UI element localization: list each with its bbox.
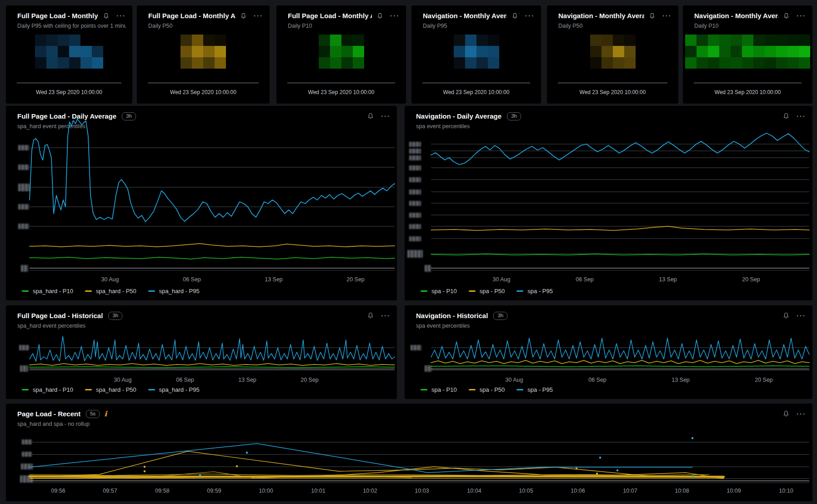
heatmap-cell [92,46,103,57]
legend-item[interactable]: spa - P10 [421,288,457,294]
heatmap-cell [319,46,330,57]
legend-item[interactable]: spa - P95 [516,288,553,294]
legend-item[interactable]: spa - P10 [421,386,457,393]
heatmap-p95-fullpageload[interactable] [6,35,132,69]
legend-swatch-yellow [85,389,92,390]
heatmap-cell [215,35,226,46]
heatmap-cell [590,57,601,69]
heatmap-p95-navigation[interactable] [411,35,541,69]
redacted-y-axis-label [425,265,431,272]
bell-icon[interactable] [782,312,790,319]
x-axis-label: 30 Aug [493,276,511,283]
legend-item[interactable]: spa - P95 [516,386,553,393]
heatmap-p50-navigation[interactable] [547,35,678,69]
x-axis-label: 20 Sep [346,276,365,283]
heatmap-cell [69,35,80,46]
bell-icon[interactable] [649,12,656,20]
heatmap-p10-fullpageload[interactable] [276,35,406,69]
heatmap-cell [341,57,353,69]
heatmap-cell [613,35,624,46]
info-icon[interactable]: i [104,410,107,418]
heatmap-cell [215,46,226,57]
heatmap-cell [203,35,215,46]
legend-item[interactable]: spa_hard - P95 [148,288,200,294]
heatmap-cell [341,46,353,57]
panel-fullpageload-historical: Full Page Load - Historical 3h ··· spa_h… [6,305,397,399]
redacted-y-axis-label [22,439,32,444]
heatmap-cell [203,46,215,57]
ellipsis-menu-icon[interactable]: ··· [797,314,806,318]
heatmap-cell [685,46,697,57]
ellipsis-menu-icon[interactable]: ··· [797,115,806,118]
heatmap-p50-fullpageload[interactable] [137,35,270,69]
redacted-y-axis-label [409,213,421,218]
bell-icon[interactable] [240,12,247,20]
bell-icon[interactable] [367,312,374,319]
panel-fullpageload-daily-average: Full Page Load - Daily Average 3h ··· sp… [6,106,397,300]
ellipsis-menu-icon[interactable]: ··· [381,314,391,318]
redacted-y-axis-label [409,177,421,182]
bell-icon[interactable] [783,12,790,20]
bell-icon[interactable] [367,112,374,120]
redacted-y-axis-label [20,475,33,483]
heatmap-cell [80,46,92,57]
heatmap-cell [180,35,192,46]
heatmap-cell [753,57,765,69]
redacted-y-axis-label [409,236,421,241]
ellipsis-menu-icon[interactable]: ··· [381,115,391,118]
ellipsis-menu-icon[interactable]: ··· [390,14,400,18]
legend-label: spa_hard - P95 [159,386,200,393]
legend-label: spa_hard - P10 [33,288,73,294]
bell-icon[interactable] [103,12,110,20]
legend-item[interactable]: spa - P50 [469,288,505,294]
bell-icon[interactable] [782,112,790,120]
ellipsis-menu-icon[interactable]: ··· [662,14,672,18]
heatmap-cell [192,57,203,69]
panel-title: Navigation - Monthly Averag… [423,12,507,20]
redacted-y-axis-label [409,142,421,147]
heatmap-p10-navigation[interactable] [683,35,812,69]
bell-icon[interactable] [782,410,790,418]
x-axis-label: 13 Sep [265,276,283,283]
ellipsis-menu-icon[interactable]: ··· [797,14,806,18]
legend-item[interactable]: spa_hard - P50 [85,288,136,294]
panel-title: Navigation - Daily Average [416,112,501,120]
panel-navigation-monthly-p50: Navigation - Monthly Averag… ··· Daily P… [547,5,678,104]
heatmap-cell [203,57,215,69]
ellipsis-menu-icon[interactable]: ··· [525,14,535,18]
heatmap-cell [697,46,708,57]
x-axis-label: 10:01 [311,488,325,494]
redacted-y-axis-label [409,155,421,160]
heatmap-axis-line [287,83,395,83]
bell-icon[interactable] [376,12,383,20]
legend-label: spa - P10 [431,288,457,294]
heatmap-grid [590,35,636,69]
legend-item[interactable]: spa_hard - P95 [148,386,200,393]
heatmap-cell [465,35,476,46]
panel-subtitle: Daily P50 [558,23,672,29]
ellipsis-menu-icon[interactable]: ··· [116,14,126,18]
panel-navigation-historical: Navigation - Historical 3h ··· spa event… [405,305,812,399]
legend-item[interactable]: spa_hard - P50 [85,386,136,393]
panel-subtitle: spa event percentiles [416,323,806,329]
legend-item[interactable]: spa_hard - P10 [22,288,73,294]
heatmap-cell [476,57,488,69]
legend-label: spa - P50 [480,288,505,294]
x-axis-label: 09:57 [103,488,117,494]
dashboard-page: 30 Aug06 Sep13 Sep20 Sep30 Aug06 Sep13 S… [0,0,817,504]
heatmap-cell [35,46,46,57]
legend-item[interactable]: spa - P50 [469,386,505,393]
heatmap-cell [601,35,613,46]
heatmap-axis-line [558,83,667,83]
heatmap-cell [80,57,92,69]
bell-icon[interactable] [511,12,518,20]
legend-item[interactable]: spa_hard - P10 [22,386,73,393]
legend-swatch-green [421,389,427,390]
heatmap-cell [58,46,69,57]
heatmap-date-label: Wed 23 Sep 2020 10:00:00 [547,89,678,95]
ellipsis-menu-icon[interactable]: ··· [797,412,806,416]
redacted-y-axis-label [19,345,29,350]
ellipsis-menu-icon[interactable]: ··· [254,14,263,18]
heatmap-cell [765,35,776,46]
redacted-y-axis-label [409,201,421,206]
